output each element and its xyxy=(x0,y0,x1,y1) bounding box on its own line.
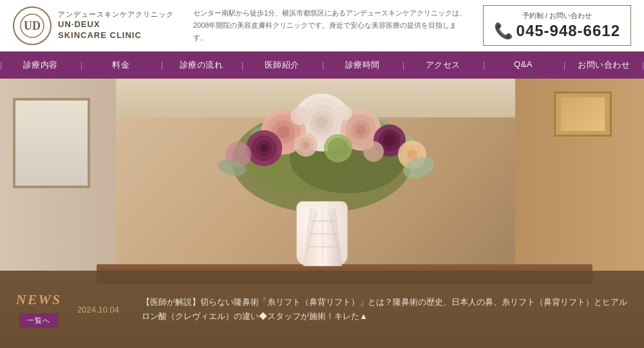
svg-point-38 xyxy=(363,141,384,162)
news-date: 2024.10.04 xyxy=(77,305,129,314)
header-description: センター南駅から徒歩1分、横浜市都筑区にあるアンデュースキンケアクリニックは、 … xyxy=(180,7,483,43)
news-text: 【医師が解説】切らない隆鼻術「糸リフト（鼻背リフト）」とは？隆鼻術の歴史、日本人… xyxy=(142,295,631,324)
nav-item-flow[interactable]: 診療の流れ xyxy=(161,59,242,71)
nav-link-qa[interactable]: Q&A xyxy=(483,59,564,69)
logo-icon: UD xyxy=(19,13,45,39)
svg-point-36 xyxy=(290,107,308,125)
svg-point-16 xyxy=(277,126,290,139)
nav-link-price[interactable]: 料金 xyxy=(80,59,161,71)
news-label-area: NEWS 一覧へ xyxy=(13,291,64,328)
clinic-name-jp: アンデュースキンケアクリニック xyxy=(58,10,174,19)
nav-link-access[interactable]: アクセス xyxy=(402,59,483,71)
nav-link-flow[interactable]: 診療の流れ xyxy=(161,59,242,71)
svg-point-30 xyxy=(302,141,310,149)
nav-item-hours[interactable]: 診療時間 xyxy=(322,59,402,71)
nav-item-price[interactable]: 料金 xyxy=(80,59,161,71)
news-section: NEWS 一覧へ 2024.10.04 【医師が解説】切らない隆鼻術「糸リフト（… xyxy=(0,271,644,348)
hero-section: NEWS 一覧へ 2024.10.04 【医師が解説】切らない隆鼻術「糸リフト（… xyxy=(0,79,644,348)
svg-point-27 xyxy=(383,134,396,147)
news-all-button[interactable]: 一覧へ xyxy=(19,313,58,328)
main-nav: 診療内容 料金 診療の流れ 医師紹介 診療時間 アクセス Q&A お問い合わせ xyxy=(0,52,644,79)
site-header: UD アンデュースキンケアクリニック UN·DEUX SKINCARE CLIN… xyxy=(0,0,644,52)
logo-area: UD アンデュースキンケアクリニック UN·DEUX SKINCARE CLIN… xyxy=(13,6,180,45)
picture-frame xyxy=(554,92,612,137)
logo-text: アンデュースキンケアクリニック UN·DEUX SKINCARE CLINIC xyxy=(58,10,174,41)
vase-svg xyxy=(297,202,348,266)
logo-circle: UD xyxy=(13,6,52,45)
nav-list: 診療内容 料金 診療の流れ 医師紹介 診療時間 アクセス Q&A お問い合わせ xyxy=(0,59,644,71)
clinic-name-en: UN·DEUX SKINCARE CLINIC xyxy=(58,19,174,41)
nav-link-contact[interactable]: お問い合わせ xyxy=(564,59,644,71)
nav-item-doctor[interactable]: 医師紹介 xyxy=(242,59,322,71)
nav-item-qa[interactable]: Q&A xyxy=(483,59,564,71)
svg-point-32 xyxy=(328,138,348,159)
nav-link-hours[interactable]: 診療時間 xyxy=(322,59,402,71)
news-label: NEWS xyxy=(16,291,61,308)
phone-number: 📞045-948-6612 xyxy=(494,22,620,40)
phone-icon: 📞 xyxy=(494,22,514,39)
svg-point-24 xyxy=(260,144,268,152)
flower-vase xyxy=(296,201,348,266)
flower-svg xyxy=(200,84,444,213)
svg-point-20 xyxy=(355,125,366,135)
svg-point-37 xyxy=(337,105,352,121)
picture-inner xyxy=(561,97,604,130)
nav-link-treatment[interactable]: 診療内容 xyxy=(0,59,80,71)
nav-link-doctor[interactable]: 医師紹介 xyxy=(242,59,322,71)
svg-point-12 xyxy=(316,116,328,129)
svg-point-35 xyxy=(407,150,417,160)
wall-window xyxy=(13,98,90,188)
contact-title: 予約制 / お問い合わせ xyxy=(494,11,620,21)
nav-item-treatment[interactable]: 診療内容 xyxy=(0,59,80,71)
svg-text:UD: UD xyxy=(24,19,41,32)
contact-box: 予約制 / お問い合わせ 📞045-948-6612 xyxy=(483,5,631,46)
nav-item-access[interactable]: アクセス xyxy=(402,59,483,71)
flower-arrangement xyxy=(200,84,444,213)
nav-item-contact[interactable]: お問い合わせ xyxy=(564,59,644,71)
